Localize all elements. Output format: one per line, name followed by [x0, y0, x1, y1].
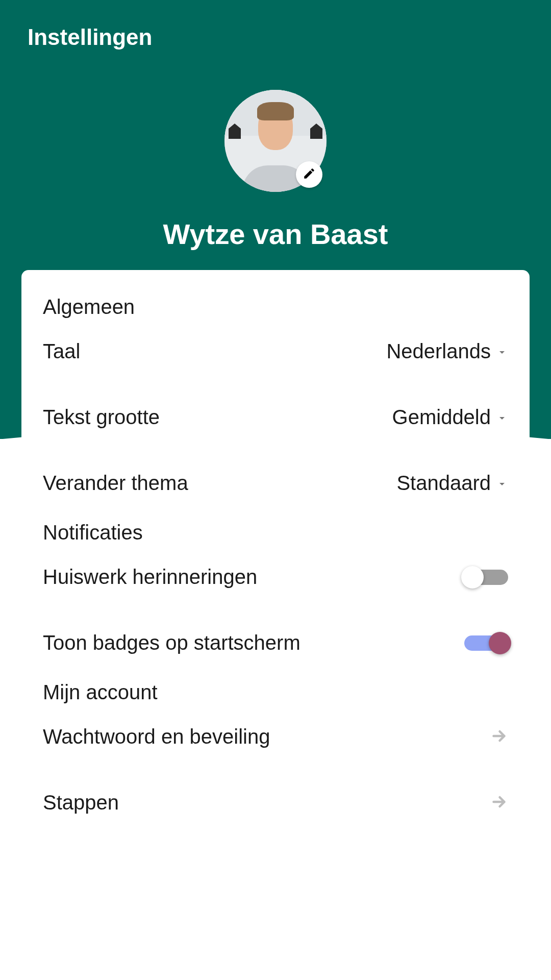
setting-language[interactable]: Taal Nederlands [43, 318, 508, 384]
profile-name: Wytze van Baast [163, 217, 388, 251]
setting-label: Wachtwoord en beveiling [43, 725, 270, 748]
dropdown-value: Gemiddeld [392, 406, 491, 429]
edit-avatar-button[interactable] [296, 161, 322, 188]
setting-label: Toon badges op startscherm [43, 631, 300, 654]
section-header-notifications: Notificaties [43, 521, 508, 544]
setting-label: Tekst grootte [43, 406, 160, 429]
setting-label: Huiswerk herinneringen [43, 566, 257, 589]
setting-homework-reminders[interactable]: Huiswerk herinneringen [43, 544, 508, 610]
profile-section: Wytze van Baast [0, 75, 551, 251]
chevron-down-icon [496, 340, 508, 363]
settings-card: Algemeen Taal Nederlands Tekst grootte G… [21, 270, 530, 861]
pencil-icon [303, 167, 316, 182]
dropdown-value: Standaard [396, 472, 491, 495]
setting-label: Taal [43, 340, 80, 363]
setting-theme[interactable]: Verander thema Standaard [43, 450, 508, 516]
toggle-homework[interactable] [464, 570, 508, 585]
dropdown-value: Nederlands [386, 340, 491, 363]
setting-label: Verander thema [43, 472, 188, 495]
arrow-right-icon [490, 727, 508, 747]
toggle-thumb [461, 566, 484, 589]
section-header-account: Mijn account [43, 681, 508, 704]
setting-steps[interactable]: Stappen [43, 770, 508, 836]
setting-label: Stappen [43, 791, 119, 814]
setting-password-security[interactable]: Wachtwoord en beveiling [43, 704, 508, 770]
setting-text-size[interactable]: Tekst grootte Gemiddeld [43, 384, 508, 450]
setting-show-badges[interactable]: Toon badges op startscherm [43, 610, 508, 676]
chevron-down-icon [496, 472, 508, 495]
section-header-general: Algemeen [43, 296, 508, 318]
arrow-right-icon [490, 793, 508, 813]
chevron-down-icon [496, 406, 508, 429]
page-title: Instellingen [0, 0, 551, 75]
setting-value-dropdown: Standaard [396, 472, 508, 495]
avatar-wrapper [224, 90, 327, 192]
toggle-thumb [489, 632, 511, 654]
setting-value-dropdown: Nederlands [386, 340, 508, 363]
setting-value-dropdown: Gemiddeld [392, 406, 508, 429]
toggle-badges[interactable] [464, 635, 508, 651]
